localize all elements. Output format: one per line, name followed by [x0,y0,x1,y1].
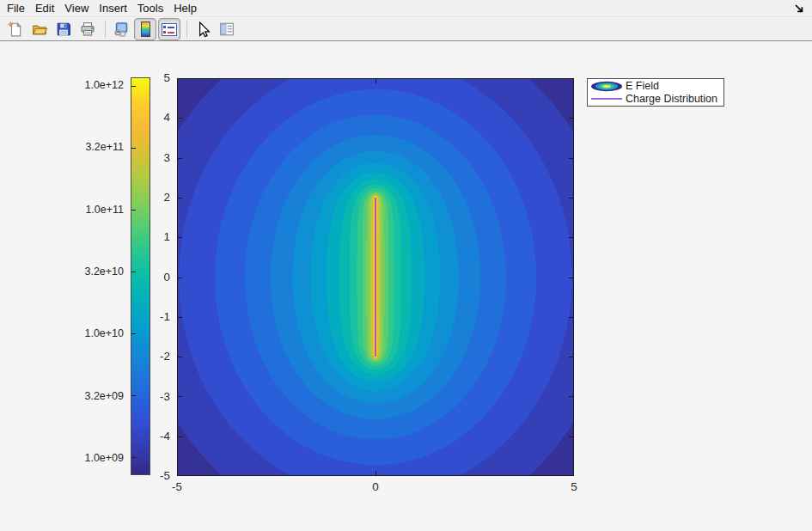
menu-item-view[interactable]: View [59,0,94,16]
menu-item-help[interactable]: Help [168,0,202,16]
property-inspector-icon [219,21,235,37]
property-inspector-button[interactable] [216,18,238,40]
dock-figure-button[interactable] [791,2,807,15]
print-figure-button[interactable] [76,18,99,40]
legend-toggle-icon [162,23,177,36]
open-file-button[interactable] [28,18,51,40]
plot-legend[interactable]: E Field Charge Distribution [587,78,724,107]
colorbar-tick-label: 3.2e+09 [48,390,124,402]
menu-item-edit[interactable]: Edit [30,0,59,16]
link-plot-button[interactable] [110,18,132,40]
figure-toolbar [0,18,812,41]
x-tick-label: 5 [571,480,577,493]
colorbar-tick-label: 3.2e+11 [48,141,124,153]
legend-label-charge: Charge Distribution [626,93,717,105]
printer-icon [80,21,95,37]
menu-item-tools[interactable]: Tools [132,0,168,16]
contour-swatch-icon [588,81,626,92]
link-plot-icon [113,21,129,37]
x-tick-label: 0 [372,480,379,493]
open-folder-icon [32,21,47,37]
menu-bar: File Edit View Insert Tools Help [0,0,812,17]
edit-plot-button[interactable] [192,18,214,40]
colorbar-tick-label: 1.0e+10 [48,327,124,339]
toolbar-separator [186,21,187,38]
legend-item-charge: Charge Distribution [588,93,723,106]
y-tick-label: -1 [148,310,170,323]
y-tick-label: -4 [148,430,170,442]
dock-arrow-icon [793,3,805,15]
new-figure-button[interactable] [4,18,27,40]
contour-canvas[interactable] [177,78,574,476]
y-tick-label: 2 [148,191,170,204]
colorbar-tick-label: 1.0e+09 [48,452,124,464]
y-tick-label: 1 [148,230,170,243]
legend-item-efield: E Field [588,80,723,93]
y-tick-label: -5 [148,469,170,482]
y-tick-label: 4 [148,111,170,124]
y-tick-label: -3 [148,390,170,403]
y-tick-label: 0 [148,271,170,284]
menu-item-insert[interactable]: Insert [94,0,132,16]
toolbar-separator [105,21,106,38]
save-floppy-icon [56,21,71,37]
colorbar-toggle-icon [141,21,150,37]
legend-label-efield: E Field [626,80,659,92]
charge-line-swatch [588,98,626,100]
colorbar-tick-label: 1.0e+12 [48,79,124,91]
matlab-figure-window: { "menu_bar": { "items": ["File", "Edit"… [0,0,812,531]
colorbar-tick-label: 1.0e+11 [48,204,124,216]
save-figure-button[interactable] [52,18,75,40]
insert-colorbar-button[interactable] [134,18,156,40]
cursor-arrow-icon [195,21,211,37]
new-figure-icon [8,21,23,37]
colorbar-tick-label: 3.2e+10 [48,266,124,278]
menu-item-file[interactable]: File [2,0,30,16]
x-tick-label: -5 [172,480,182,493]
insert-legend-button[interactable] [158,18,180,40]
y-tick-label: 5 [148,71,170,84]
y-tick-label: 3 [148,151,170,164]
y-tick-label: -2 [148,350,170,363]
